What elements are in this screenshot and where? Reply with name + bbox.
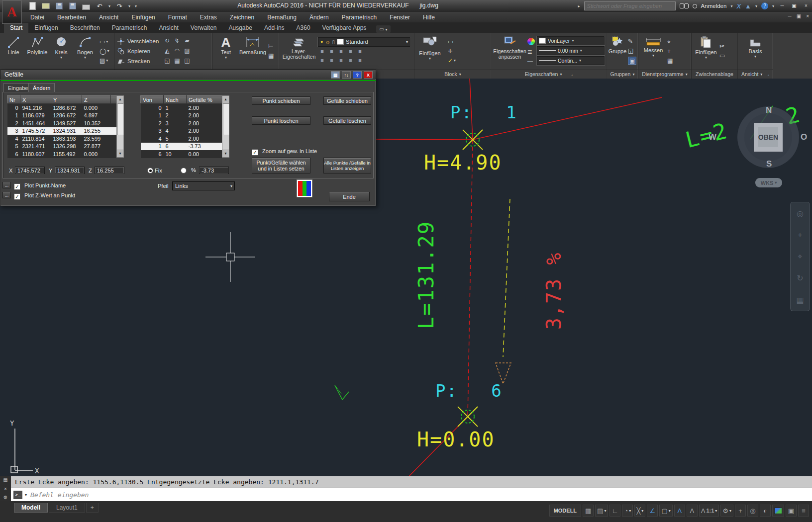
annotation-monitor-icon[interactable]: + [735, 505, 746, 517]
pan-icon[interactable]: + [798, 231, 802, 240]
menu-datei[interactable]: Datei [24, 14, 51, 21]
tab-verfuegbare-apps[interactable]: Verfügbare Apps [316, 23, 373, 33]
table-row[interactable]: 21451.4641349.52710.352 [7, 119, 117, 127]
ortho-icon[interactable]: ∟ [609, 505, 620, 517]
properties-expander-icon[interactable]: ⌟ [571, 72, 573, 77]
text-tool-button[interactable]: A Text ▾ [214, 34, 237, 69]
exchange-apps-icon[interactable]: X [736, 2, 741, 10]
isolate-objects-icon[interactable]: ◎ [747, 505, 758, 517]
undo-icon[interactable]: ↶ [95, 2, 104, 10]
table-row[interactable]: 6100.00 [141, 150, 222, 158]
tab-layout1[interactable]: Layout1 [49, 503, 85, 513]
pfeil-dropdown[interactable]: Links ▾ [172, 181, 235, 190]
layer-tool-icon[interactable]: ≡ [327, 48, 336, 56]
color-preview-swatch[interactable] [297, 179, 312, 197]
erase-icon[interactable]: ▰ [183, 37, 191, 45]
signin-user-icon[interactable] [693, 1, 697, 10]
gefaelle-dialog[interactable]: Gefälle ▤ ↑↓ ? X Eingabe Ändern Nr X Y Z… [0, 70, 376, 206]
dialog-form-icon[interactable]: ▤ [331, 71, 340, 79]
tab-verwalten[interactable]: Verwalten [185, 23, 223, 33]
layer-properties-button[interactable]: Layer-Eigenschaften [281, 34, 317, 69]
groups-panel-label[interactable]: Gruppen▾ [607, 69, 638, 79]
dialog-title-bar[interactable]: Gefälle ▤ ↑↓ ? X [0, 70, 376, 79]
annotation-visibility-icon[interactable]: Λ [674, 505, 685, 517]
showmotion-icon[interactable]: ▦ [796, 295, 804, 305]
tab-aendern[interactable]: Ändern [28, 83, 55, 93]
table-row[interactable]: 232.00 [141, 119, 222, 127]
y-field[interactable]: 1324.931 [55, 167, 85, 174]
explode-icon[interactable]: ▨ [183, 47, 191, 55]
table-row[interactable]: 342.00 [141, 127, 222, 135]
tab-addins[interactable]: Add-ins [258, 23, 291, 33]
command-input-row[interactable]: >_ ▾ [11, 488, 812, 501]
layer-select-dropdown[interactable]: ● ☼ ▯ Standard ▾ [318, 37, 410, 47]
view-expander-icon[interactable]: ⌟ [767, 72, 769, 77]
navigation-bar[interactable]: ◎ + ⌖ ↻ ▦ [790, 202, 810, 311]
table-row[interactable]: 52321.4711326.29827.877 [7, 143, 117, 151]
move-tool-button[interactable]: Verschieben [117, 37, 159, 45]
isodraft-icon[interactable]: ╳▾ [634, 505, 645, 517]
tab-ansicht[interactable]: Ansicht [153, 23, 184, 33]
color-wheel-icon[interactable] [527, 38, 535, 45]
cmd-close-icon[interactable]: × [4, 486, 7, 492]
osnap-icon[interactable]: ▢▾ [659, 505, 672, 517]
point-table-scrollbar[interactable]: ▲ ▼ [116, 95, 124, 158]
menu-hilfe[interactable]: Hilfe [416, 14, 441, 21]
linetype-dropdown[interactable]: Contin... ▾ [537, 56, 605, 65]
punkt-gefaelle-waehlen-button[interactable]: Punkt/Gefälle wählen und in Listen setze… [252, 158, 310, 174]
dialog-close-icon[interactable]: X [364, 71, 373, 79]
x-field[interactable]: 1745.572 [15, 167, 45, 174]
dialog-help-icon[interactable]: ? [353, 71, 362, 79]
search-binoculars-icon[interactable] [680, 1, 689, 10]
tab-new-layout[interactable]: + [86, 503, 99, 513]
plot-z-options-button[interactable]: ... [2, 192, 11, 198]
table-row[interactable]: 31745.5721324.93116.255 [7, 127, 117, 135]
clipboard-panel-label[interactable]: Zwischenablage [692, 69, 737, 79]
block-basepoint-icon[interactable]: ✛ [448, 48, 453, 55]
polyline-tool-button[interactable]: Polylinie [26, 34, 49, 69]
group-button[interactable]: Gruppe [608, 34, 627, 69]
menu-parametrisch[interactable]: Parametrisch [335, 14, 384, 21]
trim-icon[interactable]: ↯ [173, 37, 181, 45]
grid-icon[interactable]: ▦ [583, 505, 594, 517]
free-radio[interactable] [181, 168, 187, 174]
quickcalc-icon[interactable]: ▦ [667, 57, 673, 64]
gefaelle-loeschen-button[interactable]: Gefälle löschen [323, 116, 371, 125]
hatch-icon[interactable]: ▨ [100, 57, 105, 64]
table-row[interactable]: 11186.0791286.6724.897 [7, 112, 117, 120]
command-dropdown-icon[interactable]: ▾ [25, 493, 27, 497]
a360-dropdown-icon[interactable]: ▾ [755, 4, 757, 8]
table-row[interactable]: 452.00 [141, 135, 222, 143]
undo-dropdown-icon[interactable]: ▾ [108, 4, 110, 8]
layer-tool-icon[interactable]: ≡ [337, 57, 345, 65]
table-row[interactable]: 16-3.73 [141, 143, 222, 151]
tab-parametrisch[interactable]: Parametrisch [106, 23, 153, 33]
polar-tracking-icon[interactable]: ◔▾ [622, 505, 633, 517]
save-icon[interactable] [55, 2, 64, 10]
insert-block-button[interactable]: Einfügen ▾ [417, 34, 443, 69]
circle-tool-button[interactable]: Kreis ▾ [50, 34, 73, 69]
mirror-icon[interactable]: ◭ [163, 47, 171, 55]
menu-format[interactable]: Format [162, 14, 194, 21]
layer-tool-icon[interactable]: ≡ [356, 57, 364, 65]
z-field[interactable]: 16.255 [95, 167, 124, 174]
alle-punkte-button[interactable]: Alle Punkte /Gefälle in Listen anzeigen [323, 158, 371, 174]
app-minimize-button[interactable]: ─ [778, 2, 786, 9]
a360-icon[interactable]: ▲ [745, 2, 751, 10]
customization-menu-icon[interactable]: ≡ [798, 505, 809, 517]
help-dropdown-icon[interactable]: ▾ [772, 4, 774, 8]
punkt-loeschen-button[interactable]: Punkt löschen [252, 116, 310, 125]
osnap-tracking-icon[interactable]: ∠ [647, 505, 658, 517]
steering-wheel-icon[interactable]: ◎ [797, 209, 804, 218]
plot-name-options-button[interactable]: ... [2, 182, 11, 188]
tab-start[interactable]: Start [4, 23, 28, 33]
print-icon[interactable] [82, 2, 91, 10]
menu-aendern[interactable]: Ändern [303, 14, 335, 21]
autocad-logo[interactable]: A [2, 0, 22, 24]
dim-style-icon[interactable]: ⊢ [268, 43, 273, 50]
properties-panel-label[interactable]: Eigenschaften▾⌟ [491, 69, 607, 79]
layer-tool-icon[interactable]: ≡ [318, 57, 326, 65]
tab-beschriften[interactable]: Beschriften [64, 23, 106, 33]
viewcube-north[interactable]: N [766, 105, 772, 115]
app-restore-button[interactable]: ▣ [790, 2, 798, 9]
